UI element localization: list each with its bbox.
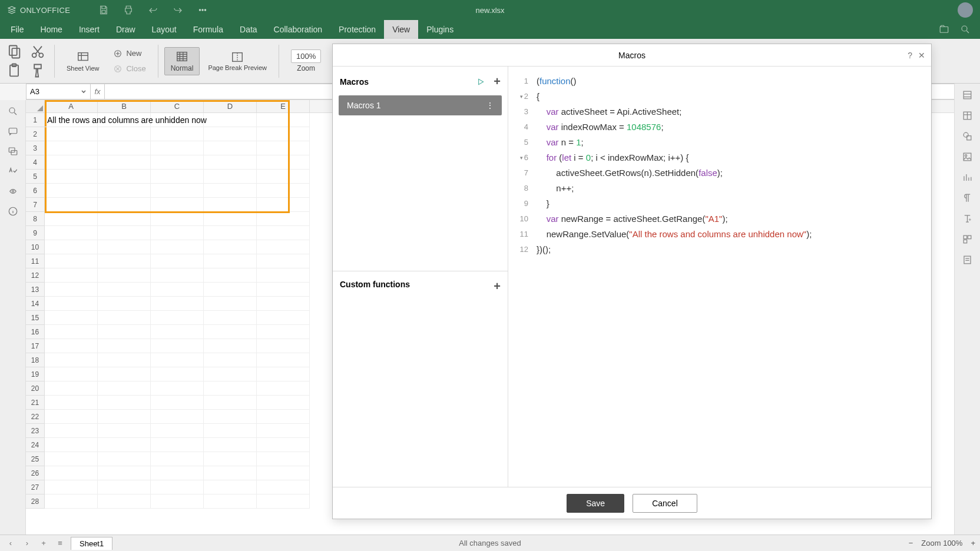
cell[interactable] [204,240,257,254]
cell[interactable] [45,240,98,254]
cell[interactable] [45,480,98,494]
col-header[interactable]: E [257,100,310,112]
row-header[interactable]: 28 [26,494,45,509]
cell[interactable] [151,198,204,212]
cell[interactable] [45,396,98,410]
zoom-button[interactable]: 100% Zoom [285,47,327,75]
cell[interactable] [257,410,310,424]
cell[interactable] [45,438,98,452]
cell[interactable] [151,184,204,198]
comments-icon[interactable] [8,126,18,137]
cell[interactable] [45,367,98,381]
cell[interactable] [98,268,151,283]
next-sheet-button[interactable]: › [21,539,33,547]
cell[interactable] [98,438,151,452]
cell[interactable] [204,198,257,212]
prev-sheet-button[interactable]: ‹ [5,539,16,547]
image-settings-icon[interactable] [962,151,973,162]
cell[interactable] [257,254,310,268]
cell[interactable] [151,155,204,170]
row-header[interactable]: 1 [26,113,45,127]
cell[interactable] [98,283,151,297]
text-settings-icon[interactable] [962,213,973,224]
zoom-in-button[interactable]: + [971,539,975,547]
page-break-preview-button[interactable]: Page Break Preview [202,48,273,74]
cell[interactable] [98,396,151,410]
cell[interactable] [204,452,257,466]
cell[interactable] [45,268,98,283]
open-location-icon[interactable] [939,24,949,35]
info-icon[interactable] [8,206,18,217]
cell[interactable] [98,452,151,466]
cell[interactable] [151,283,204,297]
cell[interactable] [151,297,204,311]
sheet-list-button[interactable]: ≡ [54,539,66,547]
cell[interactable] [151,424,204,438]
macro-list-item[interactable]: Macros 1 ⋮ [339,95,502,115]
cell[interactable] [204,325,257,339]
chart-settings-icon[interactable] [962,172,973,183]
row-header[interactable]: 6 [26,184,45,198]
cell[interactable] [98,226,151,240]
close-icon[interactable]: ✕ [918,51,925,60]
cell[interactable]: All the rows and columns are unhidden no… [45,113,98,127]
cell[interactable] [151,170,204,184]
col-header[interactable]: D [204,100,257,112]
copy-icon[interactable] [6,44,22,60]
cell[interactable] [257,381,310,396]
cell[interactable] [257,339,310,353]
cell-reference-input[interactable]: A3 [26,84,91,99]
cell[interactable] [204,127,257,141]
cell[interactable] [151,353,204,367]
menu-file[interactable]: File [2,20,32,39]
cell[interactable] [45,424,98,438]
menu-draw[interactable]: Draw [108,20,144,39]
row-header[interactable]: 9 [26,226,45,240]
cell[interactable] [45,226,98,240]
row-header[interactable]: 5 [26,170,45,184]
feedback-icon[interactable] [8,186,18,197]
cut-icon[interactable] [29,44,46,60]
cell[interactable] [257,325,310,339]
cell[interactable] [204,494,257,509]
row-header[interactable]: 18 [26,353,45,367]
cell[interactable] [45,339,98,353]
cell[interactable] [98,198,151,212]
cell[interactable] [204,381,257,396]
zoom-percent[interactable]: 100% [291,49,321,63]
cell[interactable] [151,438,204,452]
cell[interactable] [257,240,310,254]
cell[interactable] [257,184,310,198]
cell[interactable] [45,325,98,339]
cell[interactable] [204,155,257,170]
cell[interactable] [98,170,151,184]
run-macro-icon[interactable] [476,77,485,87]
cell[interactable] [257,155,310,170]
cell[interactable] [257,170,310,184]
cell[interactable] [151,141,204,155]
col-header[interactable]: B [98,100,151,112]
cell[interactable] [204,353,257,367]
menu-layout[interactable]: Layout [144,20,185,39]
cell[interactable] [151,494,204,509]
cell[interactable] [204,438,257,452]
row-header[interactable]: 13 [26,283,45,297]
cell[interactable] [204,268,257,283]
zoom-out-button[interactable]: − [909,539,913,547]
cell[interactable] [204,424,257,438]
cell[interactable] [204,339,257,353]
cell[interactable] [257,127,310,141]
cell[interactable] [45,212,98,226]
cell[interactable] [204,283,257,297]
cell[interactable] [151,254,204,268]
paste-icon[interactable] [6,62,22,79]
cell[interactable] [45,353,98,367]
cell[interactable] [257,353,310,367]
cell[interactable] [98,240,151,254]
cell[interactable] [204,254,257,268]
cell[interactable] [204,367,257,381]
cell[interactable] [151,226,204,240]
search-icon[interactable] [8,106,18,117]
row-header[interactable]: 23 [26,424,45,438]
cell[interactable] [98,212,151,226]
